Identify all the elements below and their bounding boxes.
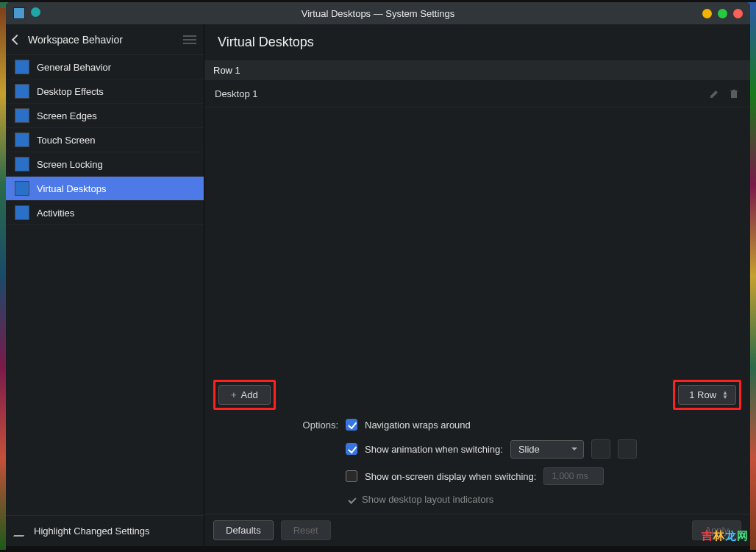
virtual-desktops-icon [15, 181, 29, 196]
spinner-arrows-icon[interactable]: ▲▼ [722, 391, 728, 400]
rename-icon[interactable] [709, 88, 721, 99]
animation-select[interactable]: Slide [510, 440, 584, 459]
delete-icon[interactable] [728, 88, 740, 99]
window-title: Virtual Desktops — System Settings [6, 8, 750, 19]
desktop-effects-icon [15, 84, 29, 99]
sidebar-item-label: Screen Locking [37, 159, 103, 170]
titlebar[interactable]: Virtual Desktops — System Settings [6, 2, 750, 24]
highlight-changed-button[interactable]: Highlight Changed Settings [6, 515, 204, 546]
add-row-controls: + Add 1 Row ▲▼ [204, 375, 750, 414]
animation-info-button[interactable] [618, 439, 637, 459]
nav-wrap-checkbox[interactable] [346, 419, 357, 431]
highlight-add: + Add [213, 380, 276, 410]
sidebar-item-label: Activities [37, 208, 74, 219]
desktop-list: Desktop 1 [204, 80, 750, 375]
highlight-rows: 1 Row ▲▼ [673, 380, 741, 410]
app-icon [13, 7, 25, 19]
sidebar-item-activities[interactable]: Activities [6, 201, 204, 225]
close-button[interactable] [733, 9, 743, 18]
hamburger-icon[interactable] [183, 35, 196, 44]
osd-duration-value: 1,000 ms [552, 471, 588, 481]
options-form: Options: Navigation wraps around Show an… [204, 414, 750, 514]
pin-dot[interactable] [31, 7, 40, 17]
watermark: 吉林龙网 [702, 529, 749, 543]
osd-label: Show on-screen display when switching: [365, 471, 536, 482]
sidebar-item-virtual-desktops[interactable]: Virtual Desktops [6, 177, 204, 201]
content-pane: Virtual Desktops Row 1 Desktop 1 + Add [204, 24, 750, 546]
sidebar-header[interactable]: Workspace Behavior [6, 24, 204, 55]
highlight-changed-label: Highlight Changed Settings [34, 526, 150, 537]
page-title: Virtual Desktops [204, 24, 750, 60]
nav-wrap-label: Navigation wraps around [365, 420, 471, 431]
sidebar-item-desktop-effects[interactable]: Desktop Effects [6, 79, 204, 104]
defaults-label: Defaults [226, 525, 261, 536]
touch-screen-icon [15, 132, 29, 147]
screen-locking-icon [15, 157, 29, 171]
options-label: Options: [213, 420, 346, 431]
check-icon [348, 495, 356, 503]
back-icon[interactable] [12, 34, 22, 44]
sidebar-item-touch-screen[interactable]: Touch Screen [6, 128, 204, 152]
desktop-row[interactable]: Desktop 1 [204, 80, 750, 107]
sidebar-item-label: Virtual Desktops [37, 183, 106, 194]
sidebar-list: General Behavior Desktop Effects Screen … [6, 55, 204, 515]
row-count-spinner[interactable]: 1 Row ▲▼ [678, 385, 736, 405]
configure-animation-button[interactable] [591, 439, 610, 459]
sidebar-item-screen-edges[interactable]: Screen Edges [6, 104, 204, 128]
show-animation-checkbox[interactable] [346, 443, 357, 455]
reset-label: Reset [293, 525, 318, 536]
settings-window: Virtual Desktops — System Settings Works… [6, 2, 750, 546]
sidebar-item-label: Touch Screen [37, 135, 96, 146]
sidebar-item-label: Screen Edges [37, 110, 97, 121]
row-header: Row 1 [204, 60, 750, 80]
activities-icon [15, 205, 29, 220]
wallpaper-gutter-left [0, 2, 6, 550]
animation-value: Slide [518, 444, 540, 455]
maximize-button[interactable] [718, 9, 727, 18]
defaults-button[interactable]: Defaults [213, 520, 274, 540]
general-behavior-icon [15, 60, 29, 74]
osd-checkbox[interactable] [346, 470, 357, 482]
footer-bar: Defaults Reset Apply [204, 514, 750, 546]
sidebar-item-screen-locking[interactable]: Screen Locking [6, 152, 204, 177]
add-label: Add [241, 389, 258, 400]
desktop-name: Desktop 1 [215, 88, 258, 99]
pencil-icon [13, 526, 29, 537]
sidebar-item-label: General Behavior [37, 62, 111, 73]
sidebar-title: Workspace Behavior [28, 34, 176, 46]
show-animation-label: Show animation when switching: [365, 444, 503, 455]
wallpaper-gutter-right [750, 2, 756, 550]
minimize-button[interactable] [702, 9, 712, 18]
screen-edges-icon [15, 108, 29, 123]
sidebar-item-label: Desktop Effects [37, 86, 104, 97]
add-button[interactable]: + Add [218, 385, 271, 405]
plus-icon: + [231, 389, 237, 400]
layout-indicators-rowank[interactable]: Show desktop layout indicators [346, 494, 741, 505]
sidebar: Workspace Behavior General Behavior Desk… [6, 24, 204, 546]
layout-indicators-label: Show desktop layout indicators [362, 494, 493, 505]
reset-button: Reset [281, 520, 331, 540]
sidebar-item-general-behavior[interactable]: General Behavior [6, 55, 204, 79]
row-spin-label: 1 Row [689, 389, 716, 400]
osd-duration-spinner[interactable]: 1,000 ms [543, 467, 603, 485]
